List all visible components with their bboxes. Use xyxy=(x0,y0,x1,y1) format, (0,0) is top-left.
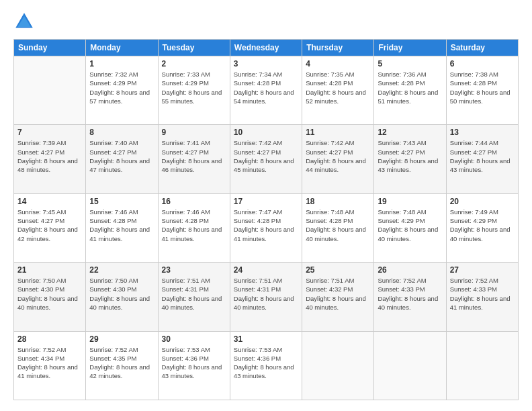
day-info: Sunrise: 7:48 AMSunset: 4:29 PMDaylight:… xyxy=(378,208,442,243)
day-number: 25 xyxy=(306,265,370,275)
day-info: Sunrise: 7:46 AMSunset: 4:28 PMDaylight:… xyxy=(162,208,226,243)
calendar-day-cell: 18Sunrise: 7:48 AMSunset: 4:28 PMDayligh… xyxy=(302,193,374,262)
page: SundayMondayTuesdayWednesdayThursdayFrid… xyxy=(0,0,532,411)
day-number: 5 xyxy=(378,59,442,68)
calendar-day-cell: 30Sunrise: 7:53 AMSunset: 4:36 PMDayligh… xyxy=(158,331,230,400)
calendar-day-cell: 14Sunrise: 7:45 AMSunset: 4:27 PMDayligh… xyxy=(14,193,86,262)
day-info: Sunrise: 7:47 AMSunset: 4:28 PMDaylight:… xyxy=(234,208,298,243)
calendar-week-row: 1Sunrise: 7:32 AMSunset: 4:29 PMDaylight… xyxy=(14,56,519,125)
day-info: Sunrise: 7:40 AMSunset: 4:27 PMDaylight:… xyxy=(89,138,154,174)
day-number: 29 xyxy=(89,334,154,344)
day-number: 1 xyxy=(89,59,154,68)
calendar-day-cell: 11Sunrise: 7:42 AMSunset: 4:27 PMDayligh… xyxy=(302,125,374,193)
day-of-week-header: Saturday xyxy=(446,40,518,56)
day-info: Sunrise: 7:53 AMSunset: 4:36 PMDaylight:… xyxy=(162,345,226,381)
logo xyxy=(13,11,38,32)
day-info: Sunrise: 7:43 AMSunset: 4:27 PMDaylight:… xyxy=(378,138,442,174)
calendar-day-cell: 24Sunrise: 7:51 AMSunset: 4:31 PMDayligh… xyxy=(230,263,302,331)
calendar-day-cell: 21Sunrise: 7:50 AMSunset: 4:30 PMDayligh… xyxy=(14,263,86,331)
calendar-day-cell xyxy=(14,56,86,125)
calendar-day-cell: 23Sunrise: 7:51 AMSunset: 4:31 PMDayligh… xyxy=(158,263,230,331)
calendar-day-cell: 27Sunrise: 7:52 AMSunset: 4:33 PMDayligh… xyxy=(446,263,518,331)
day-info: Sunrise: 7:48 AMSunset: 4:28 PMDaylight:… xyxy=(306,208,370,243)
day-info: Sunrise: 7:51 AMSunset: 4:31 PMDaylight:… xyxy=(162,276,226,312)
calendar-header-row: SundayMondayTuesdayWednesdayThursdayFrid… xyxy=(14,40,519,56)
day-of-week-header: Thursday xyxy=(302,40,374,56)
day-number: 21 xyxy=(17,265,82,275)
day-number: 14 xyxy=(17,197,82,206)
calendar-week-row: 21Sunrise: 7:50 AMSunset: 4:30 PMDayligh… xyxy=(14,263,519,331)
day-info: Sunrise: 7:35 AMSunset: 4:28 PMDaylight:… xyxy=(306,70,370,105)
calendar-day-cell: 25Sunrise: 7:51 AMSunset: 4:32 PMDayligh… xyxy=(302,263,374,331)
day-number: 28 xyxy=(17,334,82,344)
day-info: Sunrise: 7:39 AMSunset: 4:27 PMDaylight:… xyxy=(17,138,82,174)
day-number: 30 xyxy=(162,334,226,344)
calendar-day-cell: 10Sunrise: 7:42 AMSunset: 4:27 PMDayligh… xyxy=(230,125,302,193)
day-number: 2 xyxy=(162,59,226,68)
day-number: 18 xyxy=(306,197,370,206)
calendar-day-cell: 8Sunrise: 7:40 AMSunset: 4:27 PMDaylight… xyxy=(86,125,158,193)
calendar-day-cell: 26Sunrise: 7:52 AMSunset: 4:33 PMDayligh… xyxy=(374,263,446,331)
day-number: 26 xyxy=(378,265,442,275)
day-number: 27 xyxy=(450,265,515,275)
calendar-day-cell: 17Sunrise: 7:47 AMSunset: 4:28 PMDayligh… xyxy=(230,193,302,262)
calendar-day-cell xyxy=(374,331,446,400)
calendar-day-cell: 3Sunrise: 7:34 AMSunset: 4:28 PMDaylight… xyxy=(230,56,302,125)
day-info: Sunrise: 7:36 AMSunset: 4:28 PMDaylight:… xyxy=(378,70,442,105)
calendar-day-cell: 16Sunrise: 7:46 AMSunset: 4:28 PMDayligh… xyxy=(158,193,230,262)
day-info: Sunrise: 7:53 AMSunset: 4:36 PMDaylight:… xyxy=(234,345,298,381)
day-info: Sunrise: 7:41 AMSunset: 4:27 PMDaylight:… xyxy=(162,138,226,174)
calendar-day-cell: 28Sunrise: 7:52 AMSunset: 4:34 PMDayligh… xyxy=(14,331,86,400)
day-number: 10 xyxy=(234,128,298,137)
calendar-day-cell: 13Sunrise: 7:44 AMSunset: 4:27 PMDayligh… xyxy=(446,125,518,193)
day-info: Sunrise: 7:52 AMSunset: 4:34 PMDaylight:… xyxy=(17,345,82,381)
day-number: 17 xyxy=(234,197,298,206)
day-info: Sunrise: 7:44 AMSunset: 4:27 PMDaylight:… xyxy=(450,138,515,174)
calendar-day-cell xyxy=(302,331,374,400)
day-of-week-header: Wednesday xyxy=(230,40,302,56)
day-info: Sunrise: 7:45 AMSunset: 4:27 PMDaylight:… xyxy=(17,208,82,243)
day-info: Sunrise: 7:52 AMSunset: 4:33 PMDaylight:… xyxy=(378,276,442,312)
day-info: Sunrise: 7:50 AMSunset: 4:30 PMDaylight:… xyxy=(89,276,154,312)
day-of-week-header: Sunday xyxy=(14,40,86,56)
day-info: Sunrise: 7:42 AMSunset: 4:27 PMDaylight:… xyxy=(234,138,298,174)
calendar-day-cell: 9Sunrise: 7:41 AMSunset: 4:27 PMDaylight… xyxy=(158,125,230,193)
day-info: Sunrise: 7:51 AMSunset: 4:31 PMDaylight:… xyxy=(234,276,298,312)
calendar-day-cell: 29Sunrise: 7:52 AMSunset: 4:35 PMDayligh… xyxy=(86,331,158,400)
day-info: Sunrise: 7:38 AMSunset: 4:28 PMDaylight:… xyxy=(450,70,515,105)
day-number: 31 xyxy=(234,334,298,344)
calendar-day-cell: 31Sunrise: 7:53 AMSunset: 4:36 PMDayligh… xyxy=(230,331,302,400)
calendar-day-cell: 2Sunrise: 7:33 AMSunset: 4:29 PMDaylight… xyxy=(158,56,230,125)
calendar-week-row: 7Sunrise: 7:39 AMSunset: 4:27 PMDaylight… xyxy=(14,125,519,193)
calendar-day-cell xyxy=(446,331,518,400)
day-number: 24 xyxy=(234,265,298,275)
day-of-week-header: Friday xyxy=(374,40,446,56)
day-info: Sunrise: 7:52 AMSunset: 4:35 PMDaylight:… xyxy=(89,345,154,381)
day-info: Sunrise: 7:49 AMSunset: 4:29 PMDaylight:… xyxy=(450,208,515,243)
calendar-day-cell: 15Sunrise: 7:46 AMSunset: 4:28 PMDayligh… xyxy=(86,193,158,262)
day-number: 12 xyxy=(378,128,442,137)
day-number: 11 xyxy=(306,128,370,137)
calendar-day-cell: 19Sunrise: 7:48 AMSunset: 4:29 PMDayligh… xyxy=(374,193,446,262)
day-number: 6 xyxy=(450,59,515,68)
day-info: Sunrise: 7:52 AMSunset: 4:33 PMDaylight:… xyxy=(450,276,515,312)
day-info: Sunrise: 7:51 AMSunset: 4:32 PMDaylight:… xyxy=(306,276,370,312)
day-info: Sunrise: 7:50 AMSunset: 4:30 PMDaylight:… xyxy=(17,276,82,312)
calendar-day-cell: 6Sunrise: 7:38 AMSunset: 4:28 PMDaylight… xyxy=(446,56,518,125)
day-number: 13 xyxy=(450,128,515,137)
calendar-day-cell: 7Sunrise: 7:39 AMSunset: 4:27 PMDaylight… xyxy=(14,125,86,193)
calendar-day-cell: 12Sunrise: 7:43 AMSunset: 4:27 PMDayligh… xyxy=(374,125,446,193)
day-number: 3 xyxy=(234,59,298,68)
day-number: 20 xyxy=(450,197,515,206)
day-info: Sunrise: 7:42 AMSunset: 4:27 PMDaylight:… xyxy=(306,138,370,174)
day-number: 8 xyxy=(89,128,154,137)
day-number: 9 xyxy=(162,128,226,137)
calendar-day-cell: 1Sunrise: 7:32 AMSunset: 4:29 PMDaylight… xyxy=(86,56,158,125)
calendar-day-cell: 20Sunrise: 7:49 AMSunset: 4:29 PMDayligh… xyxy=(446,193,518,262)
calendar-week-row: 28Sunrise: 7:52 AMSunset: 4:34 PMDayligh… xyxy=(14,331,519,400)
calendar-day-cell: 22Sunrise: 7:50 AMSunset: 4:30 PMDayligh… xyxy=(86,263,158,331)
calendar-day-cell: 4Sunrise: 7:35 AMSunset: 4:28 PMDaylight… xyxy=(302,56,374,125)
calendar-week-row: 14Sunrise: 7:45 AMSunset: 4:27 PMDayligh… xyxy=(14,193,519,262)
day-info: Sunrise: 7:46 AMSunset: 4:28 PMDaylight:… xyxy=(89,208,154,243)
day-number: 7 xyxy=(17,128,82,137)
